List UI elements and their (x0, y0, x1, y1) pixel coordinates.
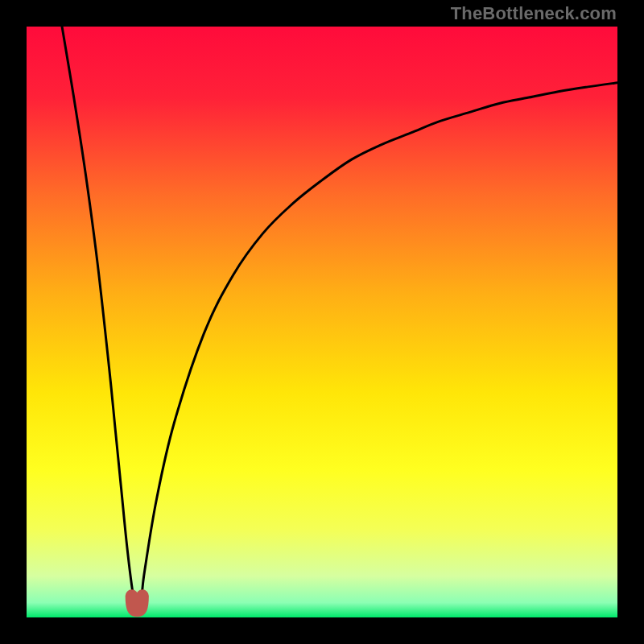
curve-layer (27, 27, 617, 617)
watermark-text: TheBottleneck.com (451, 3, 617, 24)
plot-area (27, 27, 617, 617)
bottleneck-curve (62, 27, 617, 607)
minimum-marker (132, 596, 142, 610)
chart-frame: TheBottleneck.com (0, 0, 644, 644)
